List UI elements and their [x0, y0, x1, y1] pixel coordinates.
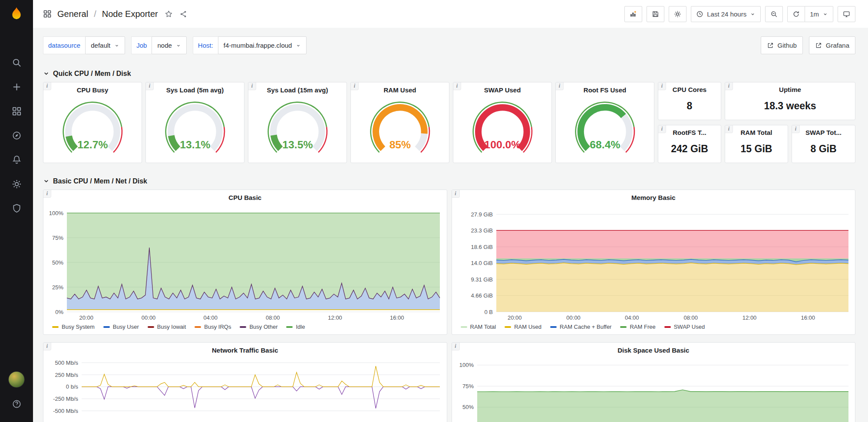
svg-text:50%: 50% [52, 259, 63, 266]
dashboard-grid-icon [43, 10, 52, 18]
network-traffic-chart[interactable]: 500 Mb/s250 Mb/s0 b/s-250 Mb/s-500 Mb/s [43, 357, 447, 422]
legend-item[interactable]: Busy Other [240, 324, 277, 330]
memory-basic-chart[interactable]: 27.9 GiB23.3 GiB18.6 GiB14.0 GiB9.31 GiB… [452, 205, 855, 323]
job-picker[interactable]: node [152, 36, 186, 54]
top-navbar: General / Node Exporter [33, 0, 868, 28]
panel-info-icon[interactable]: i [248, 82, 256, 90]
refresh-interval-picker[interactable]: 1m [805, 6, 833, 22]
panel-info-icon[interactable]: i [792, 125, 800, 133]
panel-info-icon[interactable]: i [658, 82, 666, 90]
legend-item[interactable]: RAM Free [620, 324, 655, 330]
svg-text:00:00: 00:00 [142, 314, 156, 321]
panel-info-icon[interactable]: i [452, 343, 460, 350]
breadcrumb-page-title[interactable]: Node Exporter [102, 9, 158, 19]
panel-memory-basic: i Memory Basic 27.9 GiB23.3 GiB18.6 GiB1… [452, 190, 856, 335]
row-quick-cpu-mem-disk[interactable]: Quick CPU / Mem / Disk [33, 65, 868, 82]
variable-label: Host: [193, 36, 218, 54]
disk-space-chart[interactable]: 100%75%50% [452, 357, 855, 422]
legend-color-swatch [505, 326, 511, 328]
panel-title[interactable]: SWAP Tot... [792, 125, 855, 138]
legend-item[interactable]: Busy System [52, 324, 95, 330]
legend-item[interactable]: RAM Used [505, 324, 541, 330]
gauge: 13.1% [146, 97, 244, 160]
save-icon [652, 10, 659, 18]
star-icon[interactable] [165, 10, 173, 18]
chevron-down-icon [296, 43, 301, 48]
svg-text:25%: 25% [52, 284, 63, 291]
panel-info-icon[interactable]: i [556, 82, 564, 90]
stat-value: 8 [658, 95, 721, 120]
panel-title[interactable]: Network Traffic Basic [43, 343, 447, 357]
panel-title[interactable]: CPU Busy [43, 82, 142, 97]
save-dashboard-button[interactable] [647, 6, 664, 22]
github-link-button[interactable]: Github [761, 36, 803, 54]
svg-text:08:00: 08:00 [683, 314, 698, 321]
dashboards-icon[interactable] [0, 99, 33, 123]
panel-cpu-cores: i CPU Cores 8 [658, 82, 721, 120]
legend-item[interactable]: Idle [286, 324, 305, 330]
breadcrumb-section[interactable]: General [57, 9, 88, 19]
row-title: Basic CPU / Mem / Net / Disk [53, 177, 147, 185]
panel-title[interactable]: RAM Used [351, 82, 449, 97]
datasource-value: default [91, 42, 110, 49]
legend-item[interactable]: Busy Iowait [148, 324, 186, 330]
panel-info-icon[interactable]: i [351, 82, 359, 90]
dashboard-settings-button[interactable] [669, 6, 686, 22]
refresh-button[interactable] [787, 6, 805, 22]
cycle-view-button[interactable] [838, 6, 855, 22]
panel-title[interactable]: RootFS T... [658, 125, 721, 138]
panel-title[interactable]: CPU Cores [658, 82, 721, 95]
compass-icon[interactable] [0, 123, 33, 147]
legend-item[interactable]: RAM Total [461, 324, 496, 330]
plus-icon[interactable] [0, 75, 33, 99]
datasource-picker[interactable]: default [85, 36, 125, 54]
panel-info-icon[interactable]: i [453, 82, 461, 90]
panel-info-icon[interactable]: i [452, 190, 460, 198]
svg-text:50%: 50% [462, 404, 473, 410]
grafana-logo-icon[interactable] [0, 0, 33, 28]
host-picker[interactable]: f4-mumbai.frappe.cloud [218, 36, 307, 54]
panel-disk-space-used-basic: i Disk Space Used Basic 100%75%50% [452, 342, 856, 422]
search-icon[interactable] [0, 50, 33, 75]
panel-title[interactable]: Sys Load (15m avg) [248, 82, 347, 97]
shield-icon[interactable] [0, 196, 33, 220]
time-range-picker[interactable]: Last 24 hours [691, 6, 761, 22]
panel-uptime: i Uptime 18.3 weeks [725, 82, 855, 120]
cpu-basic-chart[interactable]: 100%75%50%25%0%20:0000:0004:0008:0012:00… [43, 205, 447, 323]
panel-title[interactable]: SWAP Used [453, 82, 551, 97]
add-panel-button[interactable] [624, 6, 642, 22]
panel-info-icon[interactable]: i [43, 190, 51, 198]
panel-title[interactable]: CPU Basic [43, 190, 447, 205]
svg-text:23.3 GiB: 23.3 GiB [471, 227, 493, 234]
panel-title[interactable]: Disk Space Used Basic [452, 343, 855, 357]
variable-datasource: datasource default [43, 36, 125, 54]
zoom-out-button[interactable] [765, 6, 783, 22]
bell-icon[interactable] [0, 147, 33, 172]
user-avatar[interactable] [0, 367, 33, 392]
panel-title[interactable]: RAM Total [725, 125, 788, 138]
legend-item[interactable]: Busy IRQs [195, 324, 231, 330]
panel-info-icon[interactable]: i [725, 125, 733, 133]
panel-info-icon[interactable]: i [658, 125, 666, 133]
panel-info-icon[interactable]: i [146, 82, 154, 90]
panel-info-icon[interactable]: i [43, 82, 51, 90]
svg-text:0 B: 0 B [484, 309, 493, 315]
legend-item[interactable]: SWAP Used [664, 324, 705, 330]
clock-icon [696, 10, 703, 18]
legend-item[interactable]: Busy User [103, 324, 139, 330]
svg-text:12:00: 12:00 [328, 314, 342, 321]
panel-title[interactable]: Root FS Used [556, 82, 654, 97]
panel-info-icon[interactable]: i [43, 343, 51, 350]
panel-title[interactable]: Sys Load (5m avg) [146, 82, 244, 97]
add-panel-icon [630, 10, 637, 18]
help-icon[interactable] [0, 392, 33, 416]
row-basic-cpu-mem-net-disk[interactable]: Basic CPU / Mem / Net / Disk [33, 173, 868, 190]
panel-title[interactable]: Memory Basic [452, 190, 855, 205]
breadcrumb-separator: / [94, 9, 96, 19]
gear-icon[interactable] [0, 172, 33, 196]
legend-item[interactable]: RAM Cache + Buffer [550, 324, 611, 330]
grafana-link-button[interactable]: Grafana [809, 36, 855, 54]
share-icon[interactable] [179, 10, 188, 18]
panel-title[interactable]: Uptime [725, 82, 855, 95]
panel-info-icon[interactable]: i [725, 82, 733, 90]
